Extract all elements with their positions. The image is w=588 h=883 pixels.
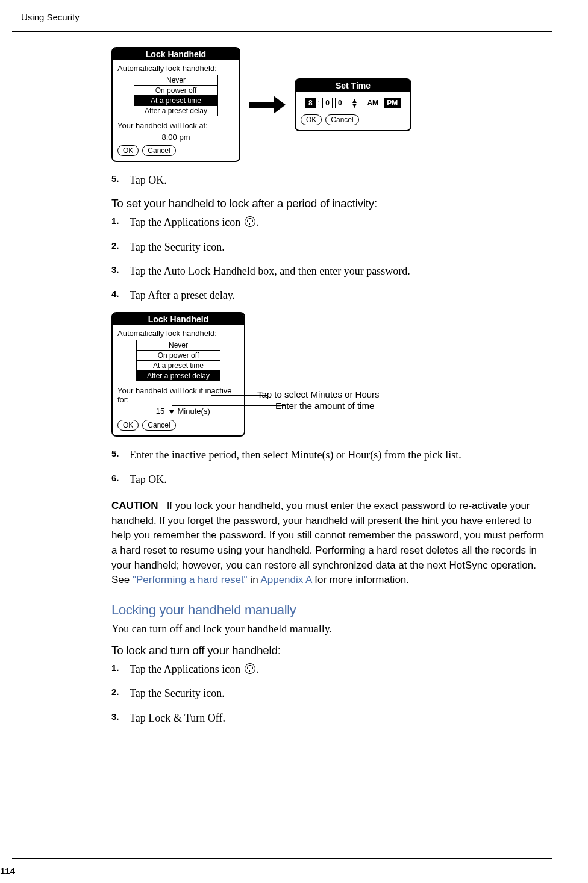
dialog2-cancel-button[interactable]: Cancel [142, 420, 175, 431]
dialog2-title: Lock Handheld [113, 313, 244, 325]
step-text: Tap Lock & Turn Off. [130, 711, 225, 725]
step-b3: 3. Tap Lock & Turn Off. [111, 711, 545, 725]
step-a2: 2. Tap the Security icon. [111, 240, 545, 254]
option-never[interactable]: Never [136, 340, 220, 351]
lock-dialog-1: Lock Handheld Automatically lock handhel… [111, 47, 240, 162]
step-number: 5. [111, 173, 130, 187]
caution-block: CAUTION If you lock your handheld, you m… [111, 499, 545, 588]
footer-rule [12, 858, 552, 859]
page-number: 114 [0, 866, 15, 876]
settime-ok-button[interactable]: OK [301, 114, 322, 125]
delay-value-field[interactable]: 15 [146, 407, 164, 416]
dropdown-indicator-icon[interactable] [169, 410, 174, 414]
link-appendix-a[interactable]: Appendix A [260, 574, 311, 585]
option-preset-time[interactable]: At a preset time [136, 360, 220, 371]
arrow-right-icon [249, 99, 286, 111]
step-a4: 4. Tap After a preset delay. [111, 288, 545, 302]
callout-line-1 [211, 395, 268, 396]
step-text: Tap the Auto Lock Handheld box, and then… [130, 264, 410, 278]
callout-minutes-hours: Tap to select Minutes or Hours [257, 389, 380, 399]
step-number: 1. [111, 215, 130, 229]
settime-cancel-button[interactable]: Cancel [325, 114, 358, 125]
dialog2-ok-button[interactable]: OK [117, 420, 139, 431]
ok-button[interactable]: OK [117, 145, 139, 156]
pm-button[interactable]: PM [384, 98, 401, 108]
lock-options-list[interactable]: Never On power off At a preset time Afte… [134, 75, 218, 116]
am-button[interactable]: AM [364, 98, 381, 108]
settime-title: Set Time [296, 80, 410, 92]
option-poweroff[interactable]: On power off [134, 85, 218, 96]
caution-after: for more information. [311, 574, 409, 585]
time-up-down[interactable]: ▲▼ [351, 98, 358, 108]
option-preset-delay[interactable]: After a preset delay [134, 105, 218, 116]
figure-lock-settime: Lock Handheld Automatically lock handhel… [111, 47, 545, 162]
body-text: You can turn off and lock your handheld … [111, 622, 545, 637]
step-5b: 5. Enter the inactive period, then selec… [111, 448, 545, 462]
step-number: 6. [111, 472, 130, 487]
step-b1: 1. Tap the Applications icon . [111, 662, 545, 676]
step-a3: 3. Tap the Auto Lock Handheld box, and t… [111, 264, 545, 278]
step-number: 2. [111, 240, 130, 254]
option-poweroff[interactable]: On power off [136, 350, 220, 361]
step-number: 4. [111, 288, 130, 302]
step-number: 2. [111, 686, 130, 700]
callout-line-2 [172, 405, 286, 407]
step-text: Tap the Security icon. [130, 686, 225, 700]
caution-label: CAUTION [111, 500, 158, 511]
delay-input-row: 15 Minute(s) [117, 407, 239, 416]
dialog-label: Automatically lock handheld: [117, 64, 234, 73]
step-number: 3. [111, 711, 130, 725]
step-text: Tap OK. [130, 472, 167, 487]
step-6: 6. Tap OK. [111, 472, 545, 487]
caution-mid: in [248, 574, 261, 585]
caution-text: If you lock your handheld, you must ente… [111, 500, 544, 585]
step-5-tapok: 5. Tap OK. [111, 173, 545, 187]
lock-time-value: 8:00 pm [117, 133, 234, 142]
unit-dropdown[interactable]: Minute(s) [178, 407, 210, 416]
dialog2-label: Automatically lock handheld: [117, 329, 239, 338]
applications-icon [245, 663, 255, 674]
lock-dialog-2: Lock Handheld Automatically lock handhel… [111, 312, 245, 437]
hour-field[interactable]: 8 [305, 98, 316, 108]
step-number: 5. [111, 448, 130, 462]
page-header: Using Security [12, 12, 552, 32]
step-text: Tap the Applications icon . [130, 215, 259, 229]
subheading-lock-turnoff: To lock and turn off your handheld: [111, 644, 545, 657]
step-text: Enter the inactive period, then select M… [130, 448, 461, 462]
option-preset-time[interactable]: At a preset time [134, 95, 218, 106]
step-number: 1. [111, 662, 130, 676]
link-hard-reset[interactable]: "Performing a hard reset" [133, 574, 248, 585]
figure-lock-delay: Lock Handheld Automatically lock handhel… [111, 312, 545, 437]
step-text: Tap OK. [130, 173, 167, 187]
heading-locking-manually: Locking your handheld manually [111, 602, 545, 618]
option-preset-delay[interactable]: After a preset delay [136, 370, 220, 381]
step-text: Tap After a preset delay. [130, 288, 235, 302]
colon: : [318, 98, 321, 107]
cancel-button[interactable]: Cancel [142, 145, 175, 156]
dialog-title: Lock Handheld [113, 48, 239, 60]
applications-icon [245, 216, 255, 227]
step-text: Tap the Applications icon . [130, 662, 259, 676]
option-never[interactable]: Never [134, 75, 218, 86]
lock-options-list-2[interactable]: Never On power off At a preset time Afte… [136, 340, 220, 381]
subheading-inactivity: To set your handheld to lock after a per… [111, 197, 545, 210]
step-b2: 2. Tap the Security icon. [111, 686, 545, 700]
step-a1: 1. Tap the Applications icon . [111, 215, 545, 229]
callout-enter-time: Enter the amount of time [275, 401, 380, 411]
min2-field[interactable]: 0 [335, 98, 345, 108]
step-text: Tap the Security icon. [130, 240, 225, 254]
step-number: 3. [111, 264, 130, 278]
dialog-label2: Your handheld will lock at: [117, 121, 234, 130]
set-time-dialog: Set Time 8 : 0 0 ▲▼ AM PM OK Cancel [295, 78, 411, 131]
min1-field[interactable]: 0 [322, 98, 333, 108]
